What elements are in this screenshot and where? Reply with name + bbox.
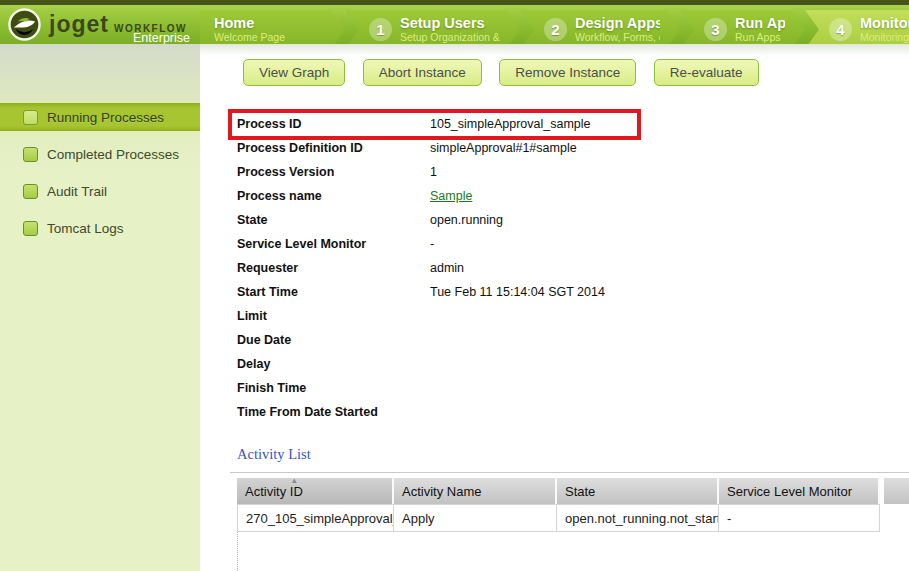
main-content: View Graph Abort Instance Remove Instanc… xyxy=(200,44,909,571)
detail-label: Delay xyxy=(237,357,430,371)
activity-table-header: ▴ Activity ID Activity Name State Servic… xyxy=(237,478,909,504)
detail-row-process-version: Process Version 1 xyxy=(237,160,877,184)
detail-row-process-name: Process name Sample xyxy=(237,184,877,208)
process-name-link[interactable]: Sample xyxy=(430,189,472,203)
column-header-service-level-monitor[interactable]: Service Level Monitor xyxy=(719,478,880,504)
detail-row-start-time: Start Time Tue Feb 11 15:14:04 SGT 2014 xyxy=(237,280,877,304)
sidebar-item-audit-trail[interactable]: Audit Trail xyxy=(0,177,200,205)
detail-row-due-date: Due Date xyxy=(237,328,877,352)
activity-list-title: Activity List xyxy=(237,446,909,463)
activity-slm-cell: - xyxy=(719,504,880,532)
column-header-label: State xyxy=(565,484,595,499)
step-number-badge: 2 xyxy=(544,18,567,41)
activity-list-section: Activity List ▴ Activity ID Activity Nam… xyxy=(230,446,909,571)
column-header-label: Activity Name xyxy=(402,484,481,499)
tab-run-apps-title: Run Apps xyxy=(735,15,785,31)
detail-label: Process Definition ID xyxy=(237,141,430,155)
table-left-dotted-border xyxy=(237,532,238,571)
activity-state-cell: open.not_running.not_started xyxy=(557,504,719,532)
view-graph-button[interactable]: View Graph xyxy=(243,59,345,86)
step-number-badge: 1 xyxy=(369,18,392,41)
tab-monitor-apps-title: Monitor Apps xyxy=(860,15,909,31)
process-details: Process ID 105_simpleApproval_sample Pro… xyxy=(237,112,877,424)
process-definition-id-value: simpleApproval#1#sample xyxy=(430,141,577,155)
column-header-state[interactable]: State xyxy=(557,478,719,504)
app-header: joget WORKFLOW Enterprise Home Welcome P… xyxy=(0,0,909,44)
sidebar-item-running-processes[interactable]: Running Processes xyxy=(0,103,200,131)
detail-label: Time From Date Started xyxy=(237,405,430,419)
process-version-value: 1 xyxy=(430,165,437,179)
state-value: open.running xyxy=(430,213,503,227)
tab-setup-users-title: Setup Users xyxy=(400,15,500,31)
tab-run-apps-subtitle: Run Apps xyxy=(735,31,785,44)
abort-instance-button[interactable]: Abort Instance xyxy=(363,59,482,86)
process-toolbar: View Graph Abort Instance Remove Instanc… xyxy=(200,56,909,86)
activity-id-cell: 270_105_simpleApproval_sample xyxy=(237,504,394,532)
detail-row-state: State open.running xyxy=(237,208,877,232)
tab-design-apps-title: Design Apps xyxy=(575,15,660,31)
start-time-value: Tue Feb 11 15:14:04 SGT 2014 xyxy=(430,285,605,299)
detail-row-time-from-date-started: Time From Date Started xyxy=(237,400,877,424)
detail-row-service-level-monitor: Service Level Monitor - xyxy=(237,232,877,256)
detail-row-delay: Delay xyxy=(237,352,877,376)
tab-design-apps-subtitle: Workflow, Forms, etc xyxy=(575,31,660,44)
column-header-filler xyxy=(884,478,909,504)
edition-label: Enterprise xyxy=(0,31,190,45)
sidebar-item-label: Audit Trail xyxy=(47,184,107,199)
menu-square-icon xyxy=(23,147,38,162)
activity-name-cell: Apply xyxy=(394,504,557,532)
detail-label: Process ID xyxy=(237,117,430,131)
step-number-badge: 4 xyxy=(829,18,852,41)
step-number-badge: 3 xyxy=(704,18,727,41)
tab-monitor-apps-subtitle: Monitoring & Reports xyxy=(860,31,909,44)
detail-label: Requester xyxy=(237,261,430,275)
detail-label: Service Level Monitor xyxy=(237,237,430,251)
sidebar-item-label: Running Processes xyxy=(47,110,164,125)
column-header-label: Activity ID xyxy=(245,484,303,499)
detail-label: Start Time xyxy=(237,285,430,299)
sidebar-item-label: Completed Processes xyxy=(47,147,179,162)
menu-square-icon xyxy=(23,221,38,236)
menu-square-icon xyxy=(23,184,38,199)
remove-instance-button[interactable]: Remove Instance xyxy=(499,59,636,86)
sidebar-item-completed-processes[interactable]: Completed Processes xyxy=(0,140,200,168)
sidebar: Running Processes Completed Processes Au… xyxy=(0,44,200,571)
detail-label: Finish Time xyxy=(237,381,430,395)
detail-label: Due Date xyxy=(237,333,430,347)
detail-label: Process Version xyxy=(237,165,430,179)
section-divider xyxy=(230,472,909,473)
detail-label: State xyxy=(237,213,430,227)
tab-home-title: Home xyxy=(214,15,285,31)
detail-label: Process name xyxy=(237,189,430,203)
column-header-label: Service Level Monitor xyxy=(727,484,852,499)
re-evaluate-button[interactable]: Re-evaluate xyxy=(654,59,759,86)
sidebar-item-label: Tomcat Logs xyxy=(47,221,124,236)
sort-ascending-icon: ▴ xyxy=(292,475,297,485)
service-level-monitor-value: - xyxy=(430,237,434,251)
detail-row-requester: Requester admin xyxy=(237,256,877,280)
detail-row-finish-time: Finish Time xyxy=(237,376,877,400)
column-header-activity-id[interactable]: ▴ Activity ID xyxy=(237,478,394,504)
activity-table: ▴ Activity ID Activity Name State Servic… xyxy=(237,478,909,532)
process-id-value: 105_simpleApproval_sample xyxy=(430,117,591,131)
activity-table-row[interactable]: 270_105_simpleApproval_sample Apply open… xyxy=(237,504,909,532)
column-header-activity-name[interactable]: Activity Name xyxy=(394,478,557,504)
detail-label: Limit xyxy=(237,309,430,323)
content-top-fade xyxy=(200,44,909,56)
tab-home-subtitle: Welcome Page xyxy=(214,31,285,44)
detail-row-limit: Limit xyxy=(237,304,877,328)
detail-row-process-definition-id: Process Definition ID simpleApproval#1#s… xyxy=(237,136,877,160)
requester-value: admin xyxy=(430,261,464,275)
joget-workflow-window: joget WORKFLOW Enterprise Home Welcome P… xyxy=(0,0,909,571)
sidebar-item-tomcat-logs[interactable]: Tomcat Logs xyxy=(0,214,200,242)
tab-setup-users-subtitle: Setup Organization & Users xyxy=(400,31,500,44)
detail-row-process-id: Process ID 105_simpleApproval_sample xyxy=(237,112,877,136)
menu-square-icon xyxy=(23,110,38,125)
